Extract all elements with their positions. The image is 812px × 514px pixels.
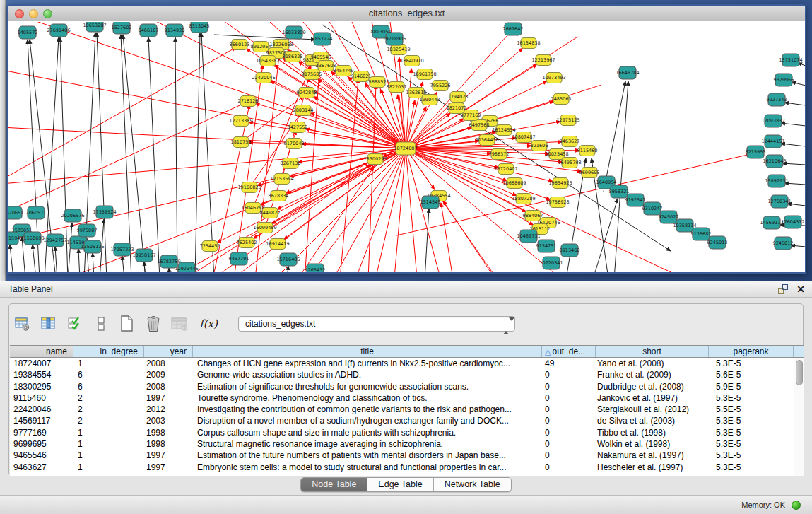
table-row[interactable]: 946362711997Embryonic stem cells: a mode…	[10, 462, 804, 473]
graph-node[interactable]: 8958321	[609, 185, 630, 198]
graph-node[interactable]: 9134751	[536, 240, 557, 252]
float-panel-icon[interactable]	[778, 284, 788, 294]
graph-node[interactable]: 1990443	[420, 95, 440, 105]
select-all-rows-button[interactable]	[66, 315, 84, 333]
table-row[interactable]: 946554611997Estimation of the future num…	[10, 450, 804, 461]
graph-node[interactable]: 1794028	[448, 92, 469, 103]
column-header-short[interactable]: short	[596, 346, 709, 357]
graph-node[interactable]: 8913460	[560, 244, 580, 257]
graph-node[interactable]: 10807487	[512, 132, 535, 143]
table-row[interactable]: 969969511998Structural magnetic resonanc…	[10, 438, 804, 450]
graph-node[interactable]: 16648784	[616, 66, 639, 79]
graph-node[interactable]: 8660123	[230, 40, 250, 50]
graph-node[interactable]: 16961758	[413, 69, 436, 80]
network-graph-canvas[interactable]: 1872400718300295193845549170048842755228…	[8, 22, 805, 272]
graph-node[interactable]: 14569117	[760, 216, 783, 229]
graph-node[interactable]: 2667642	[503, 23, 524, 35]
graph-node[interactable]: 9175685	[302, 69, 322, 80]
graph-node[interactable]: 8449822	[260, 208, 281, 218]
graph-node[interactable]: 1514545	[420, 196, 441, 209]
graph-node[interactable]: 19654923	[548, 178, 572, 189]
graph-node[interactable]: 9265432	[305, 264, 326, 272]
table-row[interactable]: 977716911998Corpus callosum shape and si…	[10, 427, 804, 438]
graph-node[interactable]: 2803144	[293, 105, 314, 116]
function-builder-button[interactable]: f(x)	[196, 315, 220, 333]
graph-node[interactable]: 1405572	[18, 26, 38, 39]
column-header-name[interactable]: name	[10, 346, 73, 357]
graph-node[interactable]: 10653287	[83, 22, 106, 32]
graph-node[interactable]: 9170048	[284, 139, 305, 149]
graph-node[interactable]: 18640910	[400, 56, 423, 66]
graph-node[interactable]: 9135682	[691, 228, 712, 240]
new-table-button[interactable]	[118, 315, 136, 333]
close-panel-icon[interactable]: ✕	[796, 284, 805, 294]
graph-node[interactable]: 12975125	[556, 115, 579, 126]
graph-node[interactable]: 19218906	[382, 33, 406, 45]
graph-node[interactable]: 17359924	[93, 206, 116, 218]
graph-node[interactable]: 18724007	[394, 142, 417, 155]
graph-node[interactable]: 7857224	[312, 33, 333, 45]
scrollbar-thumb[interactable]	[796, 360, 803, 385]
graph-node[interactable]: 2620651	[8, 206, 23, 219]
graph-node[interactable]: 8678334	[269, 191, 289, 201]
graph-node[interactable]: 7254452	[200, 241, 220, 252]
graph-node[interactable]: 16154838	[517, 38, 540, 49]
tab-node-table[interactable]: Node Table	[301, 478, 367, 491]
graph-node[interactable]: 9134920	[165, 24, 185, 37]
graph-node[interactable]: 10469731	[517, 230, 540, 243]
graph-node[interactable]: 7955226	[430, 81, 451, 91]
graph-node[interactable]: 9245022	[659, 211, 679, 223]
graph-node[interactable]: 10688609	[502, 178, 526, 189]
graph-node[interactable]: 19756928	[546, 197, 569, 208]
tab-network-table[interactable]: Network Table	[434, 478, 511, 491]
graph-node[interactable]: 16210643	[763, 155, 786, 168]
graph-node[interactable]: 7986372	[489, 149, 510, 160]
column-header-title[interactable]: title	[193, 346, 542, 357]
graph-node[interactable]: 20364436	[475, 135, 498, 146]
graph-node[interactable]: 15751074	[779, 54, 802, 66]
graph-node[interactable]: 3931594	[8, 232, 20, 245]
graph-node[interactable]: 8267130	[281, 158, 301, 169]
graph-node[interactable]: 17957223	[110, 243, 134, 256]
graph-node[interactable]: 9310247	[642, 202, 663, 215]
table-row[interactable]: 2242004622012Investigating the contribut…	[10, 404, 804, 415]
graph-node[interactable]: 6497568	[469, 120, 490, 131]
column-header-in_degree[interactable]: in_degree	[73, 346, 144, 357]
table-row[interactable]: 1456911722003Disruption of a novel membe…	[10, 415, 804, 426]
graph-node[interactable]: 11568693	[20, 232, 44, 245]
graph-node[interactable]: 12213389	[229, 116, 252, 127]
window-titlebar[interactable]: citations_edges.txt	[8, 6, 805, 21]
delete-table-button[interactable]	[144, 315, 163, 333]
graph-node[interactable]: 9699695	[579, 168, 600, 178]
graph-node[interactable]: 7485063	[551, 94, 572, 105]
graph-node[interactable]: 12923446	[175, 262, 198, 272]
graph-node[interactable]: 8427552	[288, 122, 308, 133]
graph-node[interactable]: 10220341	[539, 257, 563, 269]
table-row[interactable]: 911546021997Tourette syndrome. Phenomeno…	[10, 392, 804, 404]
graph-node[interactable]: 27691406	[47, 24, 70, 37]
graph-node[interactable]: 9245012	[773, 237, 794, 250]
table-settings-button[interactable]	[13, 315, 32, 333]
show-columns-button[interactable]	[40, 315, 58, 333]
graph-node[interactable]: 1810755	[231, 137, 252, 148]
graph-node[interactable]: 15892931	[765, 175, 788, 187]
tab-edge-table[interactable]: Edge Table	[367, 478, 433, 491]
graph-node[interactable]: 15716485	[276, 253, 300, 266]
column-header-pagerank[interactable]: pagerank	[709, 346, 794, 357]
graph-node[interactable]: 8313045	[189, 22, 210, 33]
graph-node[interactable]: 7625402	[237, 238, 257, 248]
column-header-year[interactable]: year	[144, 346, 193, 357]
column-header-out_de[interactable]: △out_de...	[542, 346, 596, 357]
graph-node[interactable]: 9463627	[560, 136, 580, 147]
graph-node[interactable]: 821606	[531, 141, 548, 151]
graph-node[interactable]: 16914479	[266, 239, 289, 250]
graph-node[interactable]: 9115460	[577, 146, 598, 156]
graph-node[interactable]: 1821072	[447, 103, 467, 114]
graph-node[interactable]: 12444151	[761, 135, 784, 148]
graph-node[interactable]: 20206576	[61, 209, 84, 222]
table-row[interactable]: 1872400712008Changes of HCN gene express…	[10, 358, 804, 369]
graph-node[interactable]: 16033809	[282, 26, 305, 39]
graph-node[interactable]: 9242848	[297, 88, 317, 98]
graph-node[interactable]: 8215953	[746, 146, 766, 158]
graph-node[interactable]: 12093832	[761, 115, 784, 127]
